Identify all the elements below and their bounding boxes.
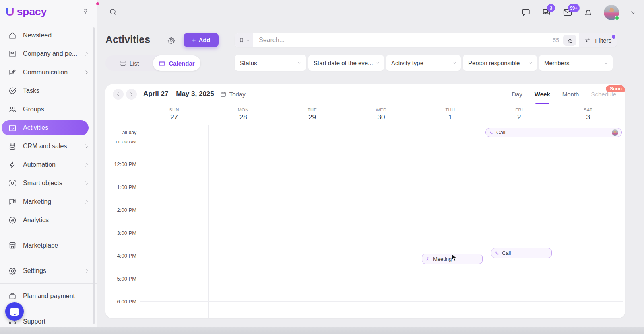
sidebar-item-automation[interactable]: Automation bbox=[0, 156, 97, 174]
sidebar-item-settings[interactable]: Settings bbox=[0, 262, 97, 280]
calendar-card: April 27 – May 3, 2025 Today Day Week Mo… bbox=[105, 84, 625, 318]
tab-day[interactable]: Day bbox=[512, 84, 522, 104]
hour-line bbox=[140, 210, 623, 210]
search-input[interactable] bbox=[253, 33, 553, 47]
search-result-count: 55 bbox=[553, 37, 559, 43]
sidebar-item-groups[interactable]: Groups bbox=[0, 100, 97, 119]
filter-row: Status Start date of the eve... Activity… bbox=[235, 55, 613, 71]
sidebar-item-company[interactable]: Company and pe... bbox=[0, 45, 97, 63]
plus-icon: + bbox=[192, 36, 196, 44]
time-label: 3:00 PM bbox=[105, 230, 136, 236]
company-card-icon bbox=[8, 49, 17, 58]
day-header-thu[interactable]: THU1 bbox=[416, 104, 485, 125]
sidebar-scrollbar[interactable] bbox=[93, 27, 95, 324]
day-header-tue[interactable]: TUE29 bbox=[278, 104, 347, 125]
hour-line bbox=[140, 164, 623, 164]
search-icon[interactable] bbox=[109, 8, 118, 16]
day-header-mon[interactable]: MON28 bbox=[208, 104, 277, 125]
event-timed-call[interactable]: Call bbox=[491, 248, 552, 258]
event-label: Call bbox=[496, 129, 505, 135]
tab-list-view[interactable]: List bbox=[105, 55, 153, 71]
time-label: 12:00 PM bbox=[105, 161, 136, 167]
sidebar-item-activities[interactable]: Activities bbox=[2, 120, 89, 135]
settings-gear-icon[interactable] bbox=[167, 36, 175, 45]
sidebar-item-communication[interactable]: Communication ... bbox=[0, 63, 97, 82]
filters-button[interactable]: Filters bbox=[579, 33, 617, 47]
sliders-icon bbox=[584, 37, 591, 44]
phone-icon bbox=[489, 130, 494, 135]
day-header-row: SUN27 MON28 TUE29 WED30 THU1 FRI2 SAT3 bbox=[140, 104, 623, 125]
day-header-sun[interactable]: SUN27 bbox=[140, 104, 208, 125]
add-button[interactable]: + Add bbox=[184, 33, 219, 47]
event-meeting[interactable]: Meeting bbox=[422, 254, 483, 264]
messenger-icon[interactable]: 3 bbox=[541, 7, 552, 18]
support-chat-widget[interactable] bbox=[5, 302, 24, 321]
view-mode-toggle: List Calendar bbox=[105, 55, 200, 71]
sidebar-item-smart-objects[interactable]: Smart objects bbox=[0, 174, 97, 193]
calendar-body[interactable]: 11:00 AM 12:00 PM 1:00 PM 2:00 PM 3:00 P… bbox=[105, 141, 625, 318]
comment-icon[interactable] bbox=[521, 8, 531, 18]
tab-month[interactable]: Month bbox=[562, 84, 579, 104]
sidebar-item-crm[interactable]: CRM and sales bbox=[0, 137, 97, 156]
event-allday-call[interactable]: Call bbox=[485, 128, 622, 137]
sidebar-item-label: Marketing bbox=[23, 198, 51, 205]
main-area: 3 99+ Activities bbox=[97, 0, 644, 327]
time-label: 1:00 PM bbox=[105, 184, 136, 190]
chevron-right-icon bbox=[84, 70, 89, 75]
chevron-down-icon bbox=[297, 60, 302, 66]
logo[interactable]: U spacy bbox=[0, 0, 97, 23]
next-week-button[interactable] bbox=[126, 89, 137, 100]
chevron-right-icon bbox=[84, 162, 89, 168]
chevron-right-icon bbox=[84, 180, 89, 186]
filter-activity-type[interactable]: Activity type bbox=[386, 55, 461, 71]
sidebar-item-marketplace[interactable]: Marketplace bbox=[0, 236, 97, 255]
soon-badge: Soon bbox=[606, 85, 625, 92]
pin-icon[interactable] bbox=[81, 8, 89, 16]
sidebar-item-newsfeed[interactable]: Newsfeed bbox=[0, 26, 97, 45]
eraser-icon bbox=[566, 37, 573, 44]
wallet-icon bbox=[8, 292, 17, 301]
filter-label: Start date of the eve... bbox=[314, 59, 373, 66]
day-header-sat[interactable]: SAT3 bbox=[554, 104, 623, 125]
crm-coins-icon bbox=[8, 142, 17, 151]
filter-status[interactable]: Status bbox=[235, 55, 306, 71]
today-button[interactable]: Today bbox=[220, 91, 246, 98]
saved-filters-button[interactable] bbox=[235, 33, 253, 47]
messenger-badge: 3 bbox=[547, 4, 555, 12]
tab-calendar-view[interactable]: Calendar bbox=[153, 55, 200, 71]
filter-person-responsible[interactable]: Person responsible bbox=[463, 55, 537, 71]
sidebar: U spacy Newsfeed Company and pe... Commu… bbox=[0, 0, 97, 327]
hour-line bbox=[140, 187, 623, 187]
mail-icon[interactable]: 99+ bbox=[562, 7, 573, 18]
avatar[interactable] bbox=[604, 5, 619, 20]
marketing-icon bbox=[8, 197, 17, 206]
time-label: 4:00 PM bbox=[105, 253, 136, 259]
prev-week-button[interactable] bbox=[113, 89, 124, 100]
sidebar-item-analytics[interactable]: Analytics bbox=[0, 211, 97, 229]
filter-start-date[interactable]: Start date of the eve... bbox=[308, 55, 384, 71]
app-window: U spacy Newsfeed Company and pe... Commu… bbox=[0, 0, 644, 334]
filter-members[interactable]: Members bbox=[539, 55, 613, 71]
sidebar-item-label: Smart objects bbox=[23, 180, 62, 187]
day-header-wed[interactable]: WED30 bbox=[347, 104, 415, 125]
view-tabs: Day Week Month Schedule Soon bbox=[512, 84, 616, 104]
filter-label: Members bbox=[544, 59, 570, 66]
sidebar-item-label: Tasks bbox=[23, 87, 39, 94]
groups-icon bbox=[8, 105, 17, 114]
window-bottom-edge bbox=[0, 327, 644, 334]
divider bbox=[0, 258, 97, 258]
day-header-fri[interactable]: FRI2 bbox=[485, 104, 553, 125]
calendar-header: April 27 – May 3, 2025 Today Day Week Mo… bbox=[105, 84, 625, 104]
marketplace-store-icon bbox=[8, 241, 17, 250]
date-range-title: April 27 – May 3, 2025 bbox=[143, 90, 214, 98]
bell-icon[interactable] bbox=[583, 8, 593, 18]
sidebar-item-label: Newsfeed bbox=[23, 32, 52, 39]
clear-search-button[interactable] bbox=[563, 35, 576, 46]
chevron-right-icon bbox=[84, 143, 89, 149]
logo-dot bbox=[96, 2, 99, 5]
tab-week[interactable]: Week bbox=[535, 84, 550, 104]
chevron-down-icon[interactable] bbox=[630, 9, 637, 16]
sidebar-item-marketing[interactable]: Marketing bbox=[0, 193, 97, 211]
hour-line bbox=[140, 279, 623, 279]
sidebar-item-tasks[interactable]: Tasks bbox=[0, 82, 97, 100]
